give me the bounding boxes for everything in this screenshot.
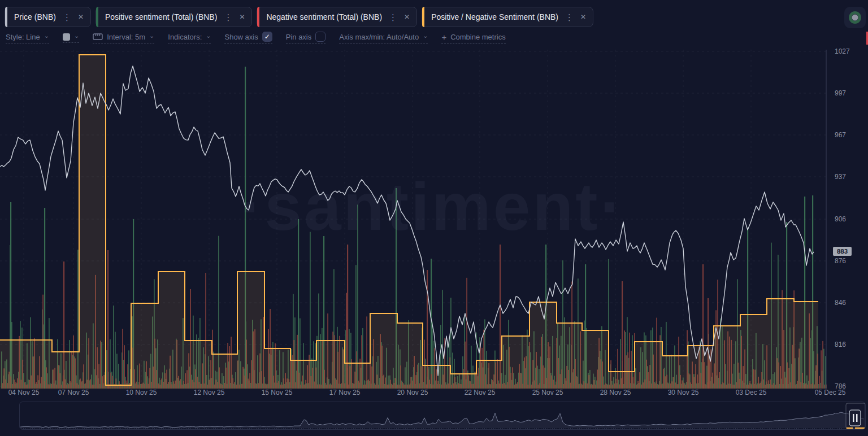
chart-menu-button[interactable]: [844, 7, 866, 28]
circle-logo-icon: [848, 10, 862, 25]
chevron-down-icon: ⌄: [74, 34, 79, 38]
show-axis-toggle[interactable]: Show axis ✓: [224, 32, 272, 44]
x-tick-label: 03 Dec 25: [726, 389, 776, 396]
chip-pos-neg-ratio[interactable]: Positive / Negative Sentiment (BNB)⋮✕: [422, 7, 593, 27]
x-tick-label: 04 Nov 25: [0, 389, 49, 396]
chip-label: Price (BNB): [14, 12, 56, 21]
navigator-drag-handle: [849, 410, 861, 426]
indicators-label: Indicators:: [168, 33, 202, 41]
x-tick-label: 22 Nov 25: [454, 389, 505, 396]
combine-metrics-button[interactable]: + Combine metrics: [441, 32, 505, 44]
y-tick-label: 997: [835, 89, 846, 97]
kebab-menu-icon[interactable]: ⋮: [63, 13, 71, 21]
color-picker[interactable]: ⌄: [63, 33, 79, 43]
pin-axis-checkbox[interactable]: [315, 32, 326, 42]
close-icon[interactable]: ✕: [239, 14, 245, 20]
time-range-navigator[interactable]: [19, 402, 866, 430]
santiment-chart-app: Price (BNB)⋮✕Positive sentiment (Total) …: [0, 0, 868, 436]
close-icon[interactable]: ✕: [580, 14, 586, 20]
kebab-menu-icon[interactable]: ⋮: [565, 13, 574, 21]
chevron-down-icon: ⌄: [149, 34, 154, 38]
x-tick-label: 20 Nov 25: [387, 389, 438, 396]
chip-accent-bar: [422, 7, 424, 27]
chevron-down-icon: ⌄: [44, 34, 49, 38]
chip-accent-bar: [257, 7, 259, 27]
style-label: Style: Line: [6, 33, 40, 41]
x-tick-label: 25 Nov 25: [522, 389, 573, 396]
y-tick-label: 906: [835, 215, 846, 223]
show-axis-checkbox[interactable]: ✓: [262, 32, 272, 42]
indicators-selector[interactable]: Indicators: ⌄: [168, 33, 211, 43]
y-tick-label: 816: [835, 341, 846, 348]
show-axis-label: Show axis: [224, 33, 258, 41]
y-tick-label: 876: [835, 257, 846, 265]
date-x-axis: 04 Nov 2507 Nov 2510 Nov 2512 Nov 2515 N…: [0, 389, 868, 399]
chip-label: Positive sentiment (Total) (BNB): [105, 12, 217, 21]
y-tick-label: 967: [835, 131, 846, 139]
interval-label: Interval: 5m: [107, 33, 145, 41]
interval-selector[interactable]: Interval: 5m ⌄: [93, 33, 154, 43]
chip-label: Positive / Negative Sentiment (BNB): [431, 12, 558, 21]
chevron-down-icon: ⌄: [423, 34, 428, 38]
plot-area[interactable]: [0, 50, 827, 389]
pin-axis-label: Pin axis: [286, 33, 312, 41]
combine-metrics-label: Combine metrics: [450, 33, 506, 41]
plot-svg[interactable]: [0, 50, 827, 389]
x-tick-label: 30 Nov 25: [658, 389, 709, 396]
chip-accent-bar: [5, 7, 7, 27]
x-tick-label: 07 Nov 25: [48, 389, 99, 396]
x-tick-label: 15 Nov 25: [251, 389, 302, 396]
y-tick-label: 846: [835, 299, 846, 307]
chip-positive-sentiment[interactable]: Positive sentiment (Total) (BNB)⋮✕: [96, 7, 252, 27]
kebab-menu-icon[interactable]: ⋮: [224, 13, 232, 21]
x-tick-label: 05 Dec 25: [805, 389, 856, 396]
chart-toolbar: Style: Line ⌄ ⌄ Interval: 5m ⌄ Indicator…: [6, 32, 506, 44]
chip-price[interactable]: Price (BNB)⋮✕: [5, 7, 91, 27]
metric-chips-row: Price (BNB)⋮✕Positive sentiment (Total) …: [5, 7, 593, 27]
style-selector[interactable]: Style: Line ⌄: [6, 33, 49, 43]
color-swatch-icon: [63, 33, 70, 41]
axis-maxmin-selector[interactable]: Axis max/min: Auto/Auto ⌄: [339, 33, 428, 43]
pin-axis-toggle[interactable]: Pin axis: [286, 32, 326, 44]
y-tick-label: 1027: [835, 47, 850, 55]
axis-maxmin-label: Axis max/min: Auto/Auto: [339, 33, 419, 41]
check-icon: ✓: [264, 33, 270, 41]
close-icon[interactable]: ✕: [78, 14, 84, 20]
x-tick-label: 17 Nov 25: [319, 389, 370, 396]
navigator-area: [20, 412, 864, 428]
kebab-menu-icon[interactable]: ⋮: [389, 13, 397, 21]
x-tick-label: 28 Nov 25: [590, 389, 641, 396]
chip-label: Negative sentiment (Total) (BNB): [266, 12, 382, 21]
chip-accent-bar: [96, 7, 98, 27]
interval-ruler-icon: [93, 33, 103, 41]
last-price-badge: 883: [833, 247, 852, 256]
x-tick-label: 10 Nov 25: [116, 389, 167, 396]
navigator-svg[interactable]: [20, 402, 866, 430]
chevron-down-icon: ⌄: [206, 34, 211, 38]
y-tick-label: 937: [835, 173, 846, 181]
close-icon[interactable]: ✕: [404, 14, 410, 20]
chip-negative-sentiment[interactable]: Negative sentiment (Total) (BNB)⋮✕: [257, 7, 417, 27]
plus-icon: +: [441, 32, 446, 42]
x-tick-label: 12 Nov 25: [184, 389, 235, 396]
price-y-axis: 1027997967937906876846816786: [835, 50, 867, 389]
